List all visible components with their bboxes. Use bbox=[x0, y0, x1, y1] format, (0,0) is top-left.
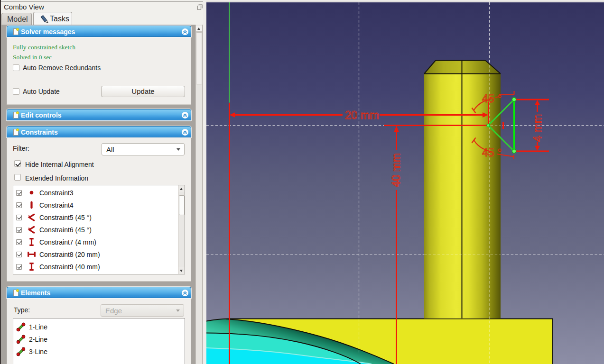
svg-text:45: 45 bbox=[482, 146, 494, 159]
svg-text:4 mm: 4 mm bbox=[531, 114, 544, 142]
svg-text:20 mm: 20 mm bbox=[345, 109, 379, 121]
svg-text:45: 45 bbox=[482, 92, 494, 105]
svg-text:40 mm: 40 mm bbox=[390, 153, 402, 187]
